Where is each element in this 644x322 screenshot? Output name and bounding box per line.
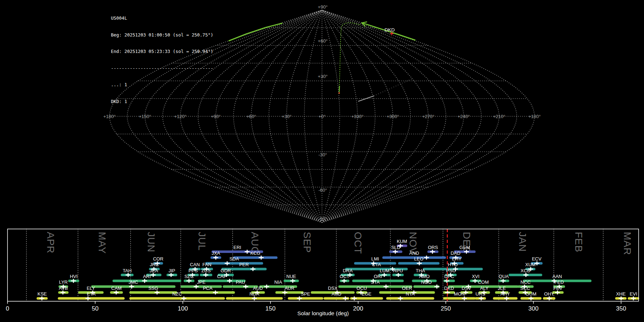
shower-code-label: GDR xyxy=(221,268,231,273)
shower-code-label: COM xyxy=(478,279,489,285)
x-tick-label: 50 xyxy=(92,305,99,312)
shower-code-label: NIA xyxy=(274,279,282,285)
shower-code-label: TAH xyxy=(123,268,132,273)
dkd-count: DKD: 1 xyxy=(111,99,213,104)
shower-code-label: PAU xyxy=(236,279,245,285)
longitude-label: +210° xyxy=(493,114,505,119)
shower-code-label: SSG xyxy=(148,286,158,291)
grid-meridian xyxy=(269,10,322,223)
longitude-label: +30° xyxy=(282,114,291,119)
shower-code-label: AVB xyxy=(59,286,68,291)
shower-code-label: FAN xyxy=(203,262,211,267)
shower-code-label: DPC xyxy=(444,274,454,279)
shower-code-label: NOO xyxy=(421,279,432,285)
longitude-label: +300° xyxy=(387,114,399,119)
shower-code-label: CAP xyxy=(217,274,227,279)
shower-code-label: HVI xyxy=(70,274,78,279)
header-separator: -------------------------------------- xyxy=(111,65,213,71)
shower-code-label: AMO xyxy=(419,274,430,279)
shower-code-label: ORS xyxy=(428,245,438,250)
shower-code-label: XHE xyxy=(616,291,626,297)
shower-code-label: OER xyxy=(402,286,412,291)
shower-code-label: ZCS xyxy=(201,268,211,273)
shower-code-label: SPE xyxy=(301,291,310,297)
longitude-label: +0° xyxy=(318,114,326,119)
x-axis-title: Solar longitude (deg) xyxy=(297,310,349,316)
latitude-label: +90° xyxy=(318,4,327,10)
shower-code-label: EHY xyxy=(452,256,462,262)
shower-code-label: PER xyxy=(239,262,249,267)
longitude-label: +180° xyxy=(528,114,541,119)
latitude-label: +30° xyxy=(318,74,327,79)
shower-code-label: ETA xyxy=(87,291,96,297)
shower-code-label: FEV xyxy=(553,286,563,291)
shower-code-label: ARD xyxy=(332,291,341,297)
x-tick-label: 350 xyxy=(616,305,626,312)
activity-timeline-chart: APRMAYJUNJULAUGSEPOCTNOVDECJANFEBMAR KUM… xyxy=(6,229,639,316)
month-label: OCT xyxy=(352,232,364,254)
shower-code-label: CTA xyxy=(372,262,381,267)
shower-code-label: NUE xyxy=(286,274,296,279)
begin-time: Beg: 20251203 01:00:50 (sol = 250.75°) xyxy=(111,32,213,38)
shower-code-label: PCA xyxy=(203,286,213,291)
month-label: JUN xyxy=(146,232,157,252)
meteor-observation-screen: +90°+60°+30°-30°-60°-90°+180°+150°+120°+… xyxy=(0,0,644,322)
observation-header: US004L Beg: 20251203 01:00:50 (sol = 250… xyxy=(111,4,213,115)
x-tick-label: 250 xyxy=(441,305,451,312)
shower-code-label: XVI xyxy=(472,274,479,279)
shower-code-label: NZC xyxy=(172,291,182,297)
shower-code-label: OCT xyxy=(340,274,350,279)
shower-code-label: JPE xyxy=(197,279,206,285)
shower-code-label: EGE xyxy=(362,291,372,297)
plot-canvas: +90°+60°+30°-30°-60°-90°+180°+150°+120°+… xyxy=(0,0,644,322)
shower-code-label: GUM xyxy=(526,291,536,297)
shower-code-label: URS xyxy=(475,291,486,297)
month-label: JUL xyxy=(196,232,208,251)
trail-end-dot xyxy=(338,92,340,94)
shower-code-label: JMC xyxy=(128,279,138,285)
shower-code-label: AHY xyxy=(501,291,510,297)
month-label: JAN xyxy=(517,232,528,252)
shower-code-label: QUA xyxy=(499,274,509,279)
shower-code-label: ORI xyxy=(374,274,382,279)
shower-code-label: DKD xyxy=(444,286,454,291)
shower-code-label: STA xyxy=(371,279,380,285)
shower-code-label: DAD xyxy=(450,250,460,256)
shower-code-label: PPS xyxy=(189,268,198,273)
shower-code-label: LMI xyxy=(371,256,379,262)
shower-code-label: JRC xyxy=(150,262,159,267)
shower-code-label: JLE xyxy=(498,286,506,291)
shower-code-label: KUM xyxy=(397,239,407,244)
month-label: MAR xyxy=(622,232,633,255)
shower-code-label: AAN xyxy=(552,274,562,279)
x-tick-label: 100 xyxy=(178,305,188,312)
shower-code-label: NDA xyxy=(249,291,259,297)
shower-code-label: ARI xyxy=(143,274,151,279)
shower-code-label: ERI xyxy=(234,245,241,250)
shower-bars: KUMERISLDORSGEMJXAKCGANDDADCORSDALMILEOE… xyxy=(38,239,638,301)
x-tick-label: 200 xyxy=(353,305,363,312)
shower-code-label: GEM xyxy=(459,245,470,250)
shower-code-label: JXA xyxy=(211,250,220,256)
shower-code-label: SZC xyxy=(184,274,194,279)
x-tick-label: 0 xyxy=(6,305,9,312)
latitude-label: -30° xyxy=(318,152,327,157)
shower-code-label: EVI xyxy=(630,291,637,297)
shower-code-label: SCC xyxy=(520,286,530,291)
shower-code-label: LEO xyxy=(414,256,424,262)
shower-code-label: DRA xyxy=(343,268,353,273)
longitude-label: +240° xyxy=(458,114,470,119)
station-id: US004L xyxy=(111,15,213,21)
shower-code-label: AUD xyxy=(253,286,263,291)
shower-code-label: XCB xyxy=(521,268,530,273)
sporadic-count: ...: 1 xyxy=(111,82,213,88)
month-label: SEP xyxy=(302,232,313,253)
x-tick-label: 300 xyxy=(528,305,538,312)
shower-code-label: AND xyxy=(409,250,419,256)
shower-code-label: XUM xyxy=(525,262,536,267)
dkd-trail-west xyxy=(229,23,282,41)
shower-code-label: NCC xyxy=(521,279,531,285)
shower-code-label: CAN xyxy=(190,262,200,267)
month-label: MAY xyxy=(97,232,108,254)
shower-code-label: RPU xyxy=(393,268,403,273)
